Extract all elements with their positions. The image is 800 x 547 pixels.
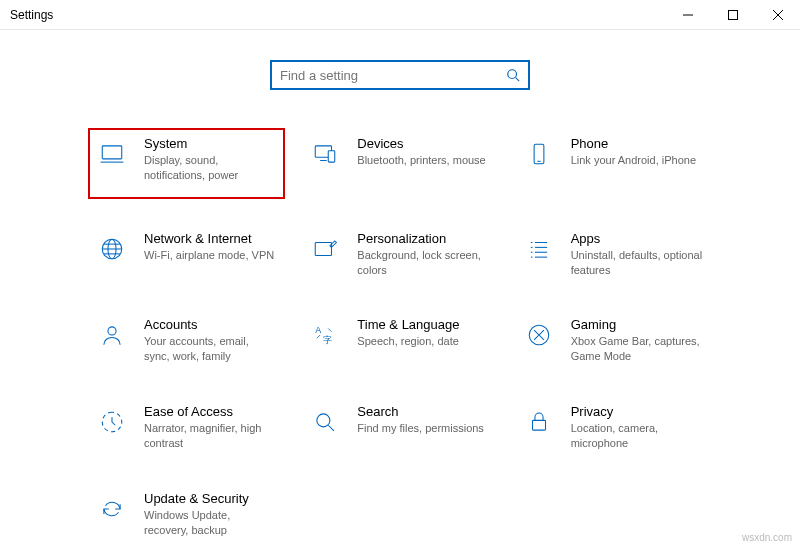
tile-title: Devices xyxy=(357,136,485,151)
settings-tile-system[interactable]: SystemDisplay, sound, notifications, pow… xyxy=(90,130,283,197)
window-title: Settings xyxy=(0,8,665,22)
tile-desc: Background, lock screen, colors xyxy=(357,248,490,278)
tile-title: Apps xyxy=(571,231,704,246)
tile-title: Accounts xyxy=(144,317,277,332)
tile-desc: Bluetooth, printers, mouse xyxy=(357,153,485,168)
tile-text: SystemDisplay, sound, notifications, pow… xyxy=(144,136,277,183)
tile-desc: Xbox Game Bar, captures, Game Mode xyxy=(571,334,704,364)
network-icon xyxy=(96,233,128,265)
settings-tile-search[interactable]: SearchFind my files, permissions xyxy=(303,398,496,457)
search-icon xyxy=(309,406,341,438)
svg-line-5 xyxy=(516,78,520,82)
tile-title: Personalization xyxy=(357,231,490,246)
svg-point-31 xyxy=(317,414,330,427)
svg-text:字: 字 xyxy=(324,336,333,346)
maximize-button[interactable] xyxy=(710,0,755,29)
tile-title: Privacy xyxy=(571,404,704,419)
settings-grid: SystemDisplay, sound, notifications, pow… xyxy=(50,130,750,543)
tile-desc: Find my files, permissions xyxy=(357,421,484,436)
tile-desc: Display, sound, notifications, power xyxy=(144,153,277,183)
search-wrap xyxy=(50,60,750,90)
apps-icon xyxy=(523,233,555,265)
tile-title: Search xyxy=(357,404,484,419)
tile-desc: Location, camera, microphone xyxy=(571,421,704,451)
tile-desc: Wi-Fi, airplane mode, VPN xyxy=(144,248,274,263)
search-icon xyxy=(506,68,520,82)
personalization-icon xyxy=(309,233,341,265)
svg-rect-9 xyxy=(329,151,336,162)
settings-tile-ease[interactable]: Ease of AccessNarrator, magnifier, high … xyxy=(90,398,283,457)
privacy-icon xyxy=(523,406,555,438)
search-input[interactable] xyxy=(280,68,506,83)
svg-rect-33 xyxy=(532,420,545,430)
svg-rect-1 xyxy=(728,10,737,19)
tile-text: Ease of AccessNarrator, magnifier, high … xyxy=(144,404,277,451)
tile-title: Ease of Access xyxy=(144,404,277,419)
window-controls xyxy=(665,0,800,29)
close-button[interactable] xyxy=(755,0,800,29)
gaming-icon xyxy=(523,319,555,351)
tile-title: Update & Security xyxy=(144,491,277,506)
ease-icon xyxy=(96,406,128,438)
system-icon xyxy=(96,138,128,170)
settings-tile-gaming[interactable]: GamingXbox Game Bar, captures, Game Mode xyxy=(517,311,710,370)
tile-text: AccountsYour accounts, email, sync, work… xyxy=(144,317,277,364)
minimize-button[interactable] xyxy=(665,0,710,29)
content-area: SystemDisplay, sound, notifications, pow… xyxy=(0,30,800,543)
settings-tile-personalization[interactable]: PersonalizationBackground, lock screen, … xyxy=(303,225,496,284)
tile-title: System xyxy=(144,136,277,151)
tile-text: Time & LanguageSpeech, region, date xyxy=(357,317,459,349)
tile-title: Time & Language xyxy=(357,317,459,332)
phone-icon xyxy=(523,138,555,170)
tile-desc: Narrator, magnifier, high contrast xyxy=(144,421,277,451)
svg-point-27 xyxy=(108,327,116,335)
watermark: wsxdn.com xyxy=(742,532,792,543)
settings-tile-devices[interactable]: DevicesBluetooth, printers, mouse xyxy=(303,130,496,197)
accounts-icon xyxy=(96,319,128,351)
tile-text: Network & InternetWi-Fi, airplane mode, … xyxy=(144,231,274,263)
devices-icon xyxy=(309,138,341,170)
titlebar: Settings xyxy=(0,0,800,30)
tile-title: Gaming xyxy=(571,317,704,332)
settings-tile-privacy[interactable]: PrivacyLocation, camera, microphone xyxy=(517,398,710,457)
tile-text: AppsUninstall, defaults, optional featur… xyxy=(571,231,704,278)
tile-text: PrivacyLocation, camera, microphone xyxy=(571,404,704,451)
tile-title: Network & Internet xyxy=(144,231,274,246)
tile-desc: Link your Android, iPhone xyxy=(571,153,696,168)
tile-text: SearchFind my files, permissions xyxy=(357,404,484,436)
settings-tile-network[interactable]: Network & InternetWi-Fi, airplane mode, … xyxy=(90,225,283,284)
tile-desc: Windows Update, recovery, backup xyxy=(144,508,277,538)
tile-text: PhoneLink your Android, iPhone xyxy=(571,136,696,168)
settings-tile-phone[interactable]: PhoneLink your Android, iPhone xyxy=(517,130,710,197)
tile-text: DevicesBluetooth, printers, mouse xyxy=(357,136,485,168)
tile-title: Phone xyxy=(571,136,696,151)
settings-tile-time[interactable]: A字Time & LanguageSpeech, region, date xyxy=(303,311,496,370)
settings-tile-accounts[interactable]: AccountsYour accounts, email, sync, work… xyxy=(90,311,283,370)
tile-text: Update & SecurityWindows Update, recover… xyxy=(144,491,277,538)
tile-text: PersonalizationBackground, lock screen, … xyxy=(357,231,490,278)
settings-tile-update[interactable]: Update & SecurityWindows Update, recover… xyxy=(90,485,283,544)
update-icon xyxy=(96,493,128,525)
tile-desc: Uninstall, defaults, optional features xyxy=(571,248,704,278)
tile-text: GamingXbox Game Bar, captures, Game Mode xyxy=(571,317,704,364)
svg-rect-6 xyxy=(102,146,122,159)
tile-desc: Speech, region, date xyxy=(357,334,459,349)
svg-text:A: A xyxy=(316,326,322,336)
tile-desc: Your accounts, email, sync, work, family xyxy=(144,334,277,364)
time-icon: A字 xyxy=(309,319,341,351)
svg-rect-18 xyxy=(316,242,332,255)
svg-line-32 xyxy=(329,425,335,431)
settings-tile-apps[interactable]: AppsUninstall, defaults, optional featur… xyxy=(517,225,710,284)
svg-point-4 xyxy=(508,70,517,79)
search-box[interactable] xyxy=(270,60,530,90)
